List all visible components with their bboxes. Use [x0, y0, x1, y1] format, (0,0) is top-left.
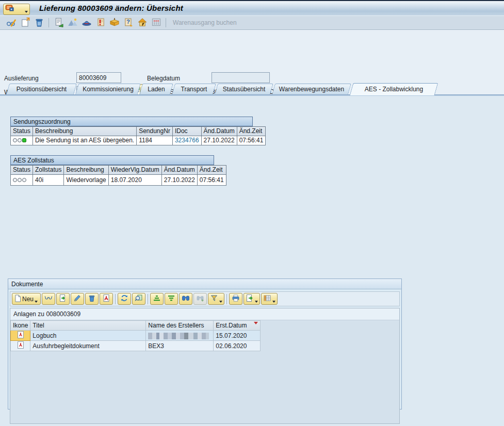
pdf-file-icon [18, 333, 24, 340]
redacted-name [148, 333, 209, 339]
filter-button[interactable] [208, 293, 224, 305]
incompletion-log-icon [95, 17, 106, 29]
export-icon [246, 294, 254, 304]
neu-dropdown-arrow [35, 301, 38, 303]
toolbar-separator [115, 294, 116, 304]
aend-datum-cell: 27.10.2022 [201, 136, 237, 145]
display-button[interactable] [42, 293, 55, 305]
neu-button[interactable]: Neu [12, 293, 41, 305]
sort-ascending-button[interactable] [150, 293, 164, 305]
output-log-icon: ? [123, 17, 134, 29]
tab-kommissionierung[interactable]: Kommissionierung [77, 84, 139, 94]
picture-button[interactable] [66, 17, 79, 29]
display-change-button[interactable] [4, 17, 18, 29]
column-header: WiederVlg.Datum [108, 166, 161, 175]
status-button[interactable] [79, 17, 93, 29]
new-document-icon [14, 294, 21, 304]
beschreibung-cell: Wiedervorlage [64, 175, 108, 186]
tab-statusuebersicht[interactable]: Statusübersicht [216, 84, 272, 94]
tab-transport[interactable]: Transport [173, 84, 215, 94]
sap-session-icon [5, 5, 14, 14]
tab-positionsuebersicht[interactable]: Positionsübersicht [8, 84, 75, 94]
output-log-button[interactable]: ? [121, 17, 135, 29]
export-pdf-button[interactable] [100, 293, 113, 305]
toolbar-separator [226, 294, 227, 304]
aend-zeit-cell: 07:56:41 [237, 136, 266, 145]
tab-laden[interactable]: Laden [141, 84, 172, 94]
column-header-titel[interactable]: Titel [30, 321, 146, 331]
trash-icon [88, 294, 96, 304]
beschreibung-cell: Die Sendung ist an AES übergeben. [33, 136, 137, 145]
page-title: Lieferung 80003609 ändern: Übersicht [39, 4, 183, 12]
hat-icon [82, 17, 92, 29]
display-change-icon [6, 17, 17, 29]
glasses-icon [44, 294, 53, 304]
pdf-document-icon [102, 294, 110, 304]
application-toolbar: ? Warenausgang buchen [0, 15, 504, 30]
attachment-row[interactable]: Logbuch 15.07.2020 [11, 331, 261, 341]
column-header: Änd.Datum [161, 166, 197, 175]
header-details-button[interactable] [135, 17, 149, 29]
ersteller-cell: BEX3 [146, 341, 214, 351]
toolbar-separator [166, 18, 166, 27]
subsequent-split-button[interactable] [149, 17, 163, 29]
column-header: Status [11, 127, 33, 136]
table-row: Die Sendung ist an AES übergeben. 1184 3… [11, 136, 266, 145]
check-in-icon [59, 294, 67, 304]
preview-button[interactable] [132, 293, 145, 305]
column-header: IDoc [172, 127, 201, 136]
post-document-icon [54, 17, 64, 29]
aes-zollstatus-table: Status Zollstatus Beschreibung WiederVlg… [10, 165, 226, 186]
svg-text:?: ? [126, 19, 129, 25]
sendungszuordnung-title: Sendungszuordnung [10, 117, 253, 126]
refresh-button[interactable] [118, 293, 131, 305]
column-header-ikone[interactable]: Ikone [11, 321, 30, 331]
sort-descending-button[interactable] [165, 293, 178, 305]
belegdatum-input[interactable] [212, 72, 270, 83]
copy-icon [20, 17, 30, 29]
post-document-button[interactable] [52, 17, 66, 29]
icon-cell [11, 341, 30, 351]
column-header: Beschreibung [64, 166, 108, 175]
erst-datum-cell: 02.06.2020 [214, 341, 261, 351]
tab-warenbewegungsdaten[interactable]: Warenbewegungsdaten [273, 84, 350, 94]
toolbar-separator [148, 294, 148, 304]
incompletion-log-button[interactable] [93, 17, 107, 29]
title-bar: Lieferung 80003609 ändern: Übersicht [0, 0, 504, 15]
edit-button[interactable] [71, 293, 84, 305]
column-header-ersteller[interactable]: Name des Erstellers [146, 321, 214, 331]
find-button[interactable] [179, 293, 192, 305]
column-header-erstdatum[interactable]: Erst.Datum [214, 321, 261, 331]
print-button[interactable] [229, 293, 242, 305]
erst-datum-cell: 15.07.2020 [214, 331, 261, 341]
copy-button[interactable] [18, 17, 32, 29]
auslieferung-input[interactable] [76, 72, 121, 83]
layout-button[interactable] [261, 293, 278, 305]
delete-attachment-button[interactable] [85, 293, 99, 305]
status-traffic-light-green-icon [13, 138, 26, 142]
preview-magnifier-icon [135, 294, 143, 304]
check-in-button[interactable] [56, 293, 70, 305]
attachment-list-panel: Anlagen zu 0080003609 Ikone Titel Name d… [10, 308, 400, 424]
aes-zollstatus-title: AES Zollstatus [10, 155, 214, 165]
attachment-row[interactable]: Ausfuhrbegleitdokument BEX3 02.06.2020 [11, 341, 261, 351]
idoc-link[interactable]: 3234766 [175, 137, 199, 144]
delete-button[interactable] [32, 17, 46, 29]
tab-aes-zollabwicklung[interactable]: AES - Zollabwicklung [351, 83, 436, 95]
aend-zeit-cell: 07:56:41 [197, 175, 226, 186]
dokumente-group: Dokumente Neu [8, 278, 402, 409]
titel-cell[interactable]: Ausfuhrbegleitdokument [30, 341, 146, 351]
titel-cell[interactable]: Logbuch [30, 331, 146, 341]
printer-icon [232, 294, 240, 304]
toolbar-separator [48, 18, 49, 27]
export-button[interactable] [243, 293, 260, 305]
zollstatus-cell: 40i [33, 175, 64, 186]
dokumente-title: Dokumente [8, 279, 401, 289]
column-header: Änd.Zeit [237, 127, 266, 136]
column-header: Änd.Datum [201, 127, 237, 136]
pack-button[interactable] [107, 17, 121, 29]
column-header: Beschreibung [33, 127, 137, 136]
table-row: 40i Wiedervorlage 18.07.2020 27.10.2022 … [11, 175, 226, 186]
system-menu-button[interactable] [3, 4, 30, 15]
find-next-button[interactable] [193, 293, 207, 305]
